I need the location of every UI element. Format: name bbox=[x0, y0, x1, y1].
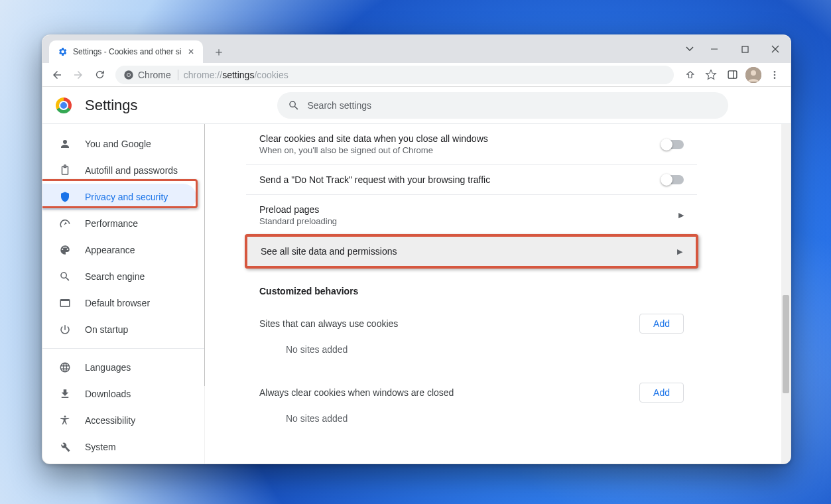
browser-icon bbox=[58, 297, 72, 309]
sidebar-item-label: You and Google bbox=[85, 139, 151, 149]
window-minimize-button[interactable] bbox=[699, 35, 730, 63]
row-do-not-track: Send a "Do Not Track" request with your … bbox=[246, 164, 697, 194]
wrench-icon bbox=[58, 441, 72, 453]
subsection-sites-allow-cookies: Sites that can always use cookies Add bbox=[246, 302, 697, 334]
settings-content: You and GoogleAutofill and passwordsPriv… bbox=[42, 124, 791, 464]
sidebar-divider bbox=[42, 348, 204, 349]
sidebar-item-autofill[interactable]: Autofill and passwords bbox=[42, 157, 196, 184]
window-maximize-button[interactable] bbox=[730, 35, 760, 63]
toggle-clear-cookies[interactable] bbox=[661, 140, 684, 149]
section-customized-behaviors: Customized behaviors bbox=[246, 267, 697, 302]
bookmark-star-icon[interactable] bbox=[702, 66, 720, 84]
svg-point-9 bbox=[774, 71, 776, 73]
tab-search-dropdown[interactable] bbox=[680, 35, 699, 63]
empty-clear-sites: No sites added bbox=[246, 403, 697, 440]
power-icon bbox=[58, 324, 72, 336]
subsection-sites-clear-cookies: Always clear cookies when windows are cl… bbox=[246, 371, 697, 403]
chrome-icon bbox=[123, 70, 134, 80]
row-sub: When on, you'll also be signed out of Ch… bbox=[259, 145, 488, 155]
sidebar-item-on-startup[interactable]: On startup bbox=[42, 316, 196, 343]
person-icon bbox=[58, 138, 72, 150]
sidebar-item-appearance[interactable]: Appearance bbox=[42, 237, 196, 263]
sidebar-item-default-browser[interactable]: Default browser bbox=[42, 290, 196, 316]
sidebar-item-label: Languages bbox=[85, 362, 131, 373]
sidebar-item-label: Appearance bbox=[85, 245, 135, 255]
sidebar-item-privacy-security[interactable]: Privacy and security bbox=[42, 184, 196, 210]
site-info-chip[interactable]: Chrome bbox=[123, 70, 178, 80]
globe-icon bbox=[58, 361, 72, 373]
settings-sidebar: You and GoogleAutofill and passwordsPriv… bbox=[42, 124, 205, 464]
titlebar: Settings - Cookies and other site ✕ ＋ bbox=[42, 35, 791, 63]
sidebar-item-label: Performance bbox=[85, 218, 138, 229]
tab-close-icon[interactable]: ✕ bbox=[186, 46, 196, 57]
svg-point-11 bbox=[774, 77, 776, 79]
chrome-menu-icon[interactable] bbox=[765, 66, 784, 84]
main-scrollbar[interactable] bbox=[781, 124, 791, 464]
address-bar[interactable]: Chrome chrome://settings/cookies bbox=[115, 66, 674, 84]
chrome-logo-icon bbox=[56, 97, 72, 113]
svg-point-10 bbox=[774, 74, 776, 76]
sidebar-item-label: On startup bbox=[85, 324, 128, 335]
clipboard-icon bbox=[58, 164, 72, 176]
sidebar-item-label: System bbox=[85, 442, 116, 452]
page-title: Settings bbox=[85, 97, 138, 114]
window-controls bbox=[680, 35, 791, 63]
sidebar-item-label: Autofill and passwords bbox=[85, 165, 178, 176]
settings-header: Settings Search settings bbox=[42, 87, 791, 124]
chrome-window: Settings - Cookies and other site ✕ ＋ bbox=[42, 34, 791, 464]
chevron-right-icon: ▶ bbox=[678, 211, 684, 220]
add-allowed-site-button[interactable]: Add bbox=[639, 314, 684, 334]
sidebar-item-performance[interactable]: Performance bbox=[42, 210, 196, 237]
accessibility-icon bbox=[58, 414, 72, 426]
svg-point-4 bbox=[127, 74, 130, 76]
search-icon bbox=[288, 99, 300, 111]
toolbar-right bbox=[680, 66, 785, 84]
profile-avatar[interactable] bbox=[744, 66, 763, 84]
toggle-dnt[interactable] bbox=[661, 175, 684, 184]
row-sub: Standard preloading bbox=[259, 216, 337, 226]
speed-icon bbox=[58, 218, 72, 229]
sidebar-item-accessibility[interactable]: Accessibility bbox=[42, 407, 196, 434]
settings-favicon bbox=[57, 46, 68, 57]
new-tab-button[interactable]: ＋ bbox=[210, 42, 228, 61]
window-close-button[interactable] bbox=[760, 35, 791, 63]
palette-icon bbox=[58, 244, 72, 256]
url-text: chrome://settings/cookies bbox=[184, 70, 288, 80]
sidebar-item-languages[interactable]: Languages bbox=[42, 354, 196, 381]
row-see-all-site-data[interactable]: See all site data and permissions ▶ bbox=[245, 234, 698, 269]
main-scrollbar-thumb[interactable] bbox=[783, 295, 789, 393]
sidebar-item-label: Privacy and security bbox=[85, 192, 168, 202]
sidebar-item-downloads[interactable]: Downloads bbox=[42, 381, 196, 407]
sidebar-item-system[interactable]: System bbox=[42, 434, 196, 460]
sidebar-item-you-and-google[interactable]: You and Google bbox=[42, 131, 196, 157]
svg-point-8 bbox=[751, 70, 756, 76]
subsection-label-text: Always clear cookies when windows are cl… bbox=[259, 387, 454, 398]
nav-back-button[interactable] bbox=[48, 66, 66, 84]
sidebar-item-label: Downloads bbox=[85, 389, 131, 399]
browser-tab[interactable]: Settings - Cookies and other site ✕ bbox=[49, 40, 203, 63]
settings-search-input[interactable]: Search settings bbox=[277, 92, 728, 119]
nav-reload-button[interactable] bbox=[90, 66, 109, 84]
svg-rect-5 bbox=[728, 71, 737, 78]
download-icon bbox=[58, 388, 72, 400]
row-title: Preload pages bbox=[259, 204, 337, 215]
row-title: Send a "Do Not Track" request with your … bbox=[259, 174, 490, 185]
search-placeholder: Search settings bbox=[308, 100, 372, 111]
subsection-label-text: Sites that can always use cookies bbox=[259, 318, 398, 329]
add-clear-site-button[interactable]: Add bbox=[639, 383, 684, 403]
row-preload-pages[interactable]: Preload pages Standard preloading ▶ bbox=[246, 194, 697, 235]
sidebar-item-label: Default browser bbox=[85, 298, 150, 308]
avatar bbox=[745, 67, 761, 83]
settings-main: Clear cookies and site data when you clo… bbox=[205, 124, 791, 464]
side-panel-icon[interactable] bbox=[723, 66, 741, 84]
nav-forward-button[interactable] bbox=[69, 66, 88, 84]
share-icon[interactable] bbox=[680, 66, 699, 84]
tab-title: Settings - Cookies and other site bbox=[73, 47, 181, 56]
chevron-right-icon: ▶ bbox=[677, 247, 682, 256]
sidebar-item-label: Search engine bbox=[85, 271, 145, 282]
shield-icon bbox=[58, 191, 72, 203]
empty-allowed-sites: No sites added bbox=[246, 334, 697, 371]
svg-rect-1 bbox=[742, 46, 748, 52]
search-icon bbox=[58, 271, 72, 283]
sidebar-item-search-engine[interactable]: Search engine bbox=[42, 263, 196, 290]
